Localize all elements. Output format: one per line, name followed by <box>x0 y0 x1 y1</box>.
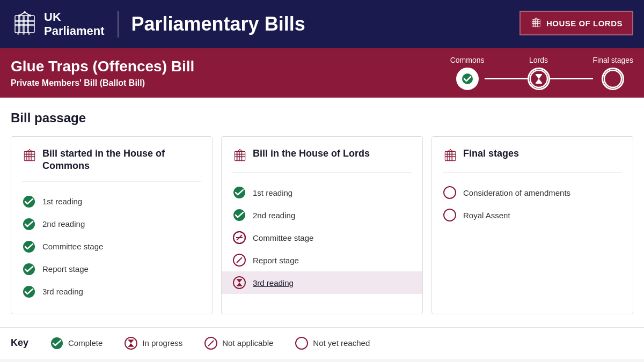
commons-2nd-reading-icon <box>22 217 36 231</box>
svg-rect-45 <box>235 154 245 155</box>
commons-report-label: Report stage <box>42 264 89 274</box>
bill-info-bar: Glue Traps (Offences) Bill Private Membe… <box>0 48 644 98</box>
svg-point-68 <box>450 149 451 150</box>
lords-stage-2nd-reading: 2nd reading <box>232 204 412 226</box>
final-amendments-icon <box>443 186 457 200</box>
final-amendments-label: Consideration of amendments <box>463 188 570 197</box>
bills-title: Parliamentary Bills <box>131 13 305 35</box>
progress-label-lords: Lords <box>529 56 548 64</box>
svg-point-67 <box>447 151 448 152</box>
lords-emblem-icon <box>530 17 542 29</box>
card-commons-header: Bill started in the House of Commons <box>22 147 201 182</box>
key-not-reached-label: Not yet reached <box>313 338 370 348</box>
svg-point-33 <box>26 151 27 152</box>
svg-point-21 <box>538 19 539 20</box>
bill-passage-title: Bill passage <box>11 110 633 125</box>
key-not-reached-icon <box>295 336 309 350</box>
commons-2nd-reading-label: 2nd reading <box>42 219 85 228</box>
lords-report-label: Report stage <box>253 256 299 265</box>
svg-rect-17 <box>532 21 540 23</box>
lords-stage-3rd-reading[interactable]: 3rd reading <box>222 271 422 294</box>
key-not-applicable-label: Not applicable <box>222 338 273 348</box>
svg-line-57 <box>237 257 242 263</box>
lords-committee-label: Committee stage <box>253 233 313 242</box>
commons-1st-reading-label: 1st reading <box>42 197 82 206</box>
card-final-icon <box>443 149 458 164</box>
svg-point-8 <box>23 33 25 35</box>
progress-label-final: Final stages <box>593 56 633 64</box>
key-section: Key Complete In progress Not applicable … <box>0 327 644 359</box>
header-divider <box>118 11 119 38</box>
final-royal-assent-icon <box>443 208 457 222</box>
commons-committee-icon <box>22 240 36 254</box>
svg-rect-18 <box>532 23 540 24</box>
svg-point-12 <box>29 14 31 17</box>
card-lords-title: Bill in the House of Lords <box>253 147 370 160</box>
svg-point-58 <box>233 277 245 289</box>
final-stage-royal-assent: Royal Assent <box>443 204 622 226</box>
commons-stage-1st-reading: 1st reading <box>22 190 201 213</box>
key-not-applicable-icon <box>204 336 218 350</box>
svg-rect-32 <box>24 156 34 157</box>
lords-2nd-reading-label: 2nd reading <box>253 211 295 220</box>
svg-rect-31 <box>24 154 34 155</box>
cards-row: Bill started in the House of Commons 1st… <box>11 136 633 314</box>
svg-point-7 <box>17 33 19 35</box>
parliament-name-text: UK Parliament <box>44 10 105 39</box>
progress-circle-final-icon <box>603 69 623 88</box>
commons-3rd-reading-icon <box>22 285 36 299</box>
progress-line-2 <box>550 78 593 79</box>
svg-rect-6 <box>15 24 34 26</box>
svg-rect-5 <box>15 20 34 22</box>
commons-committee-label: Committee stage <box>42 242 103 251</box>
svg-rect-46 <box>235 156 245 157</box>
svg-point-70 <box>444 187 456 198</box>
svg-point-73 <box>125 337 137 349</box>
progress-stage-lords: Lords <box>528 56 550 90</box>
progress-hourglass-lords-icon <box>529 69 548 88</box>
lords-1st-reading-icon <box>232 186 246 200</box>
svg-point-11 <box>24 11 26 13</box>
key-in-progress-label: In progress <box>142 338 182 348</box>
key-title: Key <box>11 337 28 349</box>
lords-3rd-reading-icon <box>232 276 246 290</box>
key-item-not-applicable: Not applicable <box>204 336 273 350</box>
svg-point-20 <box>536 18 537 19</box>
commons-report-icon <box>22 262 36 276</box>
final-royal-assent-label: Royal Assent <box>463 211 510 220</box>
commons-stage-3rd-reading: 3rd reading <box>22 280 201 303</box>
svg-point-71 <box>444 209 456 221</box>
key-in-progress-icon <box>124 336 138 350</box>
svg-point-10 <box>18 14 20 17</box>
progress-circle-commons <box>456 68 479 90</box>
card-final-header: Final stages <box>443 147 622 173</box>
svg-point-35 <box>32 151 33 152</box>
commons-3rd-reading-label: 3rd reading <box>42 287 83 296</box>
lords-1st-reading-label: 1st reading <box>253 188 292 197</box>
card-commons-title: Bill started in the House of Commons <box>42 147 201 173</box>
svg-point-49 <box>242 151 243 152</box>
bill-type: Private Members' Bill (Ballot Bill) <box>11 78 194 88</box>
key-item-in-progress: In progress <box>124 336 182 350</box>
bill-name: Glue Traps (Offences) Bill <box>11 58 194 75</box>
house-of-lords-badge[interactable]: HOUSE OF LORDS <box>519 11 633 35</box>
final-stage-amendments: Consideration of amendments <box>443 181 622 204</box>
key-complete-icon <box>50 336 64 350</box>
card-final: Final stages Consideration of amendments… <box>431 136 633 314</box>
lords-3rd-reading-link[interactable]: 3rd reading <box>253 278 294 287</box>
progress-tracker: Commons Lords <box>450 56 633 90</box>
commons-stage-2nd-reading: 2nd reading <box>22 213 201 235</box>
progress-circle-final <box>602 68 624 90</box>
commons-stage-committee: Committee stage <box>22 235 201 258</box>
lords-2nd-reading-icon <box>232 208 246 222</box>
svg-rect-65 <box>445 154 455 155</box>
progress-circle-lords <box>528 68 550 90</box>
header: UK Parliament Parliamentary Bills HOUSE … <box>0 0 644 48</box>
key-complete-label: Complete <box>68 338 103 348</box>
progress-stage-commons: Commons <box>450 56 485 90</box>
svg-point-47 <box>237 151 238 152</box>
svg-point-78 <box>296 337 308 349</box>
bill-info-left: Glue Traps (Offences) Bill Private Membe… <box>11 58 194 88</box>
lords-stage-report: Report stage <box>232 249 412 271</box>
card-lords-header: Bill in the House of Lords <box>232 147 412 173</box>
